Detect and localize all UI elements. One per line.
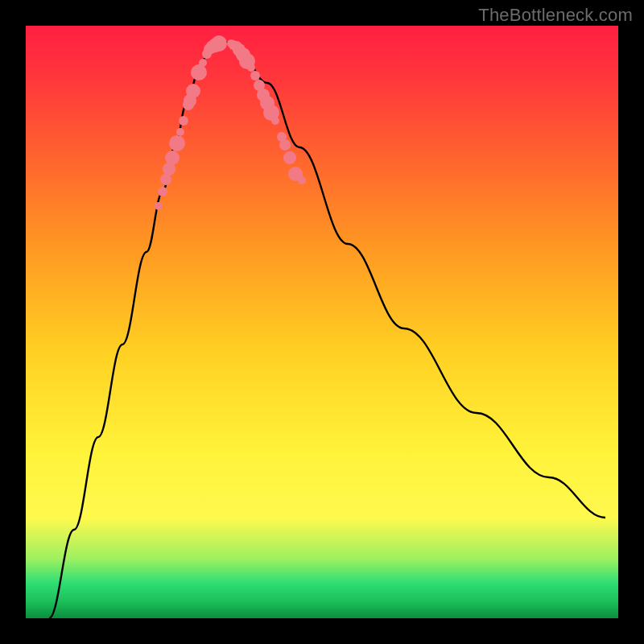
left-arm-dots <box>211 35 227 52</box>
right-arm-dots <box>271 117 279 125</box>
left-arm-dots <box>158 187 167 196</box>
left-arm-dots <box>176 128 184 136</box>
right-arm-dots <box>279 139 291 151</box>
left-arm-dots <box>165 151 180 165</box>
bottleneck-curve <box>49 43 605 618</box>
chart-stage: TheBottleneck.com <box>0 0 644 644</box>
plot-panel <box>26 26 618 618</box>
left-arm-dots <box>199 59 207 67</box>
right-arm-dots <box>250 71 260 80</box>
right-arm-dots <box>283 151 296 164</box>
right-upper-dot <box>298 176 306 184</box>
left-arm-dots <box>186 84 200 98</box>
left-arm-dots <box>179 116 188 126</box>
watermark-label: TheBottleneck.com <box>478 5 633 26</box>
bottleneck-curve-chart <box>26 26 618 618</box>
right-arm-dots <box>247 64 255 72</box>
left-arm-dots <box>160 174 171 185</box>
left-arm-dots <box>191 64 207 80</box>
left-arm-dots <box>169 135 185 151</box>
left-arm-dots <box>155 202 163 210</box>
